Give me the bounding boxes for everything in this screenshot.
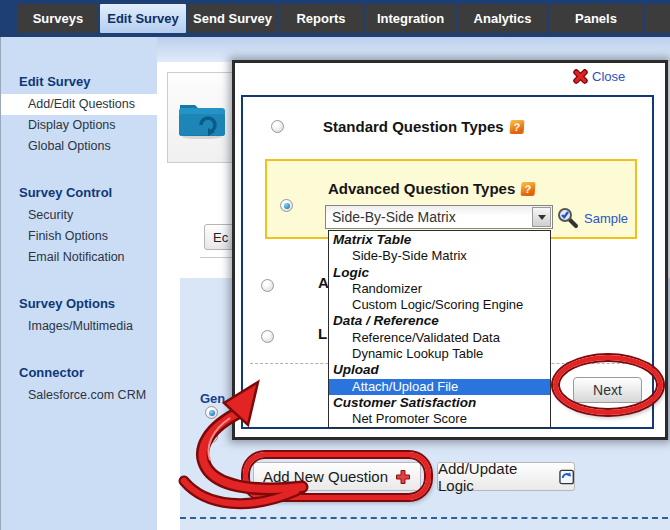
question-type-select[interactable]: Side-By-Side Matrix xyxy=(325,205,553,229)
edit-button-label: Ec xyxy=(213,230,228,245)
tab-label: Integration xyxy=(377,11,444,26)
tab-surveys[interactable]: Surveys xyxy=(18,4,98,33)
sidebar-item-display-options[interactable]: Display Options xyxy=(1,115,157,136)
sidebar: Edit Survey Add/Edit Questions Display O… xyxy=(0,37,157,530)
magnifier-check-icon xyxy=(557,207,579,229)
folder-refresh-icon xyxy=(177,95,229,139)
dropdown-option[interactable]: Dynamic Lookup Table xyxy=(329,346,550,362)
top-nav-bar: Surveys Edit Survey Send Survey Reports … xyxy=(0,0,670,37)
standard-question-types-row: Standard Question Types ? xyxy=(323,118,524,135)
advanced-question-types-radio[interactable] xyxy=(280,199,293,212)
hidden-option-radio-2[interactable] xyxy=(261,330,274,343)
dropdown-option[interactable]: Side-By-Side Matrix xyxy=(329,248,550,264)
add-update-logic-label: Add/Update Logic xyxy=(438,460,552,494)
sidebar-item-images-multimedia[interactable]: Images/Multimedia xyxy=(1,316,157,337)
advanced-question-types-label: Advanced Question Types xyxy=(328,180,515,197)
app-window: { "nav": { "tabs": [ {"label": "Surveys"… xyxy=(0,0,670,530)
dropdown-group: Matrix Table xyxy=(329,232,550,248)
select-dropdown-button[interactable] xyxy=(532,207,551,227)
tab-panels[interactable]: Panels xyxy=(549,4,643,33)
dropdown-option[interactable]: Reference/Validated Data xyxy=(329,330,550,346)
hidden-option-radio-1[interactable] xyxy=(261,279,274,292)
sidebar-item-security[interactable]: Security xyxy=(1,205,157,226)
sample-label: Sample xyxy=(584,211,628,226)
tab-label: Surveys xyxy=(33,11,84,26)
tab-label: Analytics xyxy=(474,11,532,26)
sidebar-section-survey-options: Survey Options xyxy=(1,292,157,316)
standard-question-types-label: Standard Question Types xyxy=(323,118,504,135)
tab-edit-survey[interactable]: Edit Survey xyxy=(100,4,186,33)
tab-label: Send Survey xyxy=(193,11,272,26)
dropdown-group: Logic xyxy=(329,265,550,281)
logic-icon xyxy=(559,469,574,485)
content-top-band xyxy=(157,37,670,62)
tab-label: Panels xyxy=(575,11,617,26)
tab-reports[interactable]: Reports xyxy=(279,4,363,33)
question-type-select-value: Side-By-Side Matrix xyxy=(326,209,532,225)
dropdown-group: Data / Reference xyxy=(329,313,550,329)
help-icon[interactable]: ? xyxy=(509,120,524,134)
tab-partial[interactable] xyxy=(646,4,670,33)
sidebar-item-global-options[interactable]: Global Options xyxy=(1,136,157,157)
hidden-option-label-2: L xyxy=(318,325,327,342)
sidebar-item-add-edit-questions[interactable]: Add/Edit Questions xyxy=(1,94,157,115)
close-button[interactable]: Close xyxy=(573,69,625,84)
tab-analytics[interactable]: Analytics xyxy=(458,4,547,33)
tab-label: Edit Survey xyxy=(107,11,179,26)
standard-question-types-radio[interactable] xyxy=(271,120,284,133)
sidebar-section-survey-control: Survey Control xyxy=(1,181,157,205)
dropdown-option[interactable]: Custom Logic/Scoring Engine xyxy=(329,297,550,313)
chevron-down-icon xyxy=(538,215,546,220)
advanced-question-types-row: Advanced Question Types ? xyxy=(328,180,535,197)
annotation-circle-next xyxy=(553,355,663,415)
tab-send-survey[interactable]: Send Survey xyxy=(188,4,277,33)
sample-link[interactable]: Sample xyxy=(557,207,628,229)
close-label: Close xyxy=(592,69,625,84)
annotation-arrow xyxy=(150,365,370,525)
sidebar-section-edit-survey: Edit Survey xyxy=(1,70,157,94)
sidebar-item-email-notification[interactable]: Email Notification xyxy=(1,247,157,268)
sidebar-item-salesforce-crm[interactable]: Salesforce.com CRM xyxy=(1,385,157,406)
sidebar-section-connector: Connector xyxy=(1,361,157,385)
tab-integration[interactable]: Integration xyxy=(365,4,456,33)
tab-label: Reports xyxy=(296,11,345,26)
add-update-logic-button[interactable]: Add/Update Logic xyxy=(437,462,575,491)
help-icon[interactable]: ? xyxy=(521,182,536,196)
sidebar-item-finish-options[interactable]: Finish Options xyxy=(1,226,157,247)
dropdown-option[interactable]: Randomizer xyxy=(329,281,550,297)
close-icon xyxy=(573,69,588,84)
